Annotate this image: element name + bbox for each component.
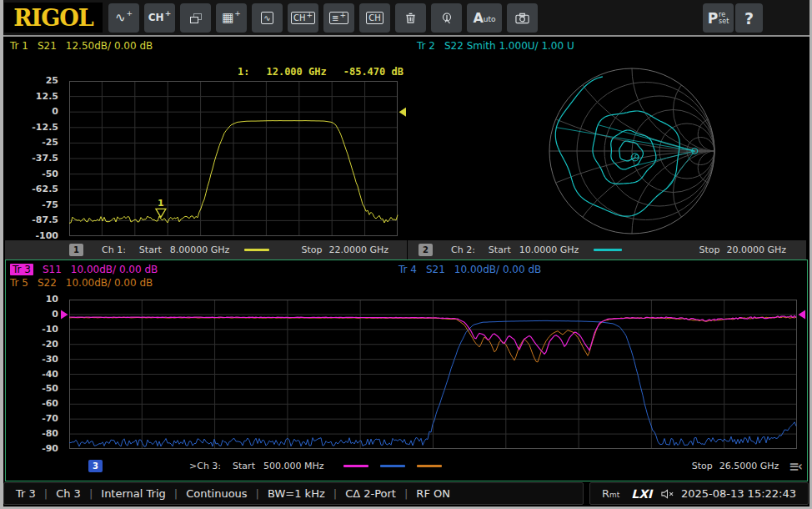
- trace-window-button[interactable]: ∿: [252, 3, 283, 33]
- ch3-badge[interactable]: 3: [88, 460, 103, 472]
- delete-button[interactable]: [395, 3, 426, 33]
- status-separator: |: [256, 487, 259, 500]
- ch3-y-tick: -50: [20, 383, 58, 394]
- tr1-header[interactable]: Tr 1 S21 12.50dB/ 0.00 dB: [10, 40, 153, 52]
- ch3-y-tick: -20: [20, 339, 58, 350]
- window-layout-button[interactable]: [180, 3, 211, 33]
- tr1-label: Tr 1: [10, 40, 28, 52]
- ch3-y-tick: -60: [20, 398, 58, 409]
- tr5-label: Tr 5: [10, 277, 28, 289]
- tr4-color-sample: [380, 465, 405, 467]
- tr4-scale: 10.00dB/ 0.00 dB: [454, 264, 541, 275]
- ch1-label: Ch 1:: [102, 244, 126, 255]
- tr5-header[interactable]: Tr 5 S22 10.00dB/ 0.00 dB: [10, 277, 153, 289]
- add-trace-button[interactable]: ∿+: [108, 3, 139, 33]
- marker-freq: 12.000 GHz: [266, 66, 326, 78]
- tr4-meas: S21: [426, 264, 445, 275]
- tr3-meas: S11: [43, 264, 62, 275]
- status-right: Rmt LXI 2025-08-13 15:22:43: [589, 482, 809, 505]
- trash-icon: [404, 12, 417, 24]
- bezel-left: [0, 0, 3, 509]
- tr4-label: Tr 4: [398, 264, 417, 275]
- touch-icon: [440, 12, 454, 25]
- help-button[interactable]: ?: [735, 3, 763, 33]
- ch3-y-tick: 10: [20, 294, 58, 305]
- menu-expand-icon[interactable]: ≡‹: [789, 459, 801, 474]
- ch3-y-tick: -90: [20, 443, 58, 454]
- tr4-header[interactable]: Tr 4 S21 10.00dB/ 0.00 dB: [398, 264, 541, 275]
- ch3-y-tick: -30: [20, 354, 58, 365]
- rigol-logo: RIGOL: [4, 3, 103, 33]
- tr1-y-tick: -62.5: [20, 184, 58, 194]
- ch1-start-value: 8.00000 GHz: [170, 244, 230, 255]
- remote-indicator: Rmt: [602, 487, 619, 500]
- window-layout-icon: [190, 13, 202, 23]
- marker-readout: 1: 12.000 GHz -85.470 dB: [238, 66, 403, 78]
- preset-icon: P reset: [708, 10, 729, 27]
- preset-button[interactable]: P reset: [703, 3, 734, 33]
- status-item: Tr 3: [16, 487, 36, 500]
- status-item: RF ON: [416, 487, 450, 500]
- speaker-muted-icon[interactable]: [660, 489, 674, 499]
- ch2-badge[interactable]: 2: [419, 244, 433, 256]
- ch3-y-tick: -10: [20, 324, 58, 335]
- add-trace-icon: ∿+: [115, 12, 133, 24]
- save-trace-icon: ≣+: [329, 12, 348, 24]
- ch2-stop-value: 20.0000 GHz: [726, 244, 786, 255]
- status-separator: |: [404, 487, 408, 500]
- ch1-badge[interactable]: 1: [69, 244, 83, 256]
- ch3-start-value: 500.000 MHz: [263, 461, 324, 471]
- ch3-y-tick: -40: [20, 369, 58, 380]
- ch2-label: Ch 2:: [451, 244, 475, 255]
- status-separator: |: [174, 487, 178, 500]
- ch3-stop-label: Stop: [692, 461, 713, 471]
- status-left: Tr 3|Ch 3|Internal Trig|Continuous|BW=1 …: [3, 482, 584, 505]
- ch3-y-tick: -70: [20, 413, 58, 424]
- tr1-scale: 12.50dB/ 0.00 dB: [66, 40, 153, 52]
- tr1-y-tick: 12.5: [20, 91, 58, 102]
- recall-channel-icon: CH: [366, 12, 383, 24]
- tr5-color-sample: [417, 465, 442, 467]
- touch-button[interactable]: [431, 3, 462, 33]
- measurement-setup-button[interactable]: ▦+: [216, 3, 247, 33]
- tr3-scale: 10.00dB/ 0.00 dB: [71, 264, 158, 275]
- tr2-header[interactable]: Tr 2 S22 Smith 1.000U/ 1.00 U: [417, 40, 574, 52]
- add-channel-button[interactable]: CH+: [144, 3, 175, 33]
- auto-scale-button[interactable]: Auto: [467, 3, 502, 33]
- save-trace-button[interactable]: ≣+: [323, 3, 354, 33]
- status-item: Continuous: [186, 487, 247, 500]
- ch3-plot[interactable]: [69, 300, 797, 449]
- status-separator: |: [333, 487, 337, 500]
- tr2-label: Tr 2: [417, 40, 435, 52]
- tr1-meas: S21: [38, 40, 57, 52]
- ch3-bar: 3 >Ch 3: Start 500.000 MHz Stop 26.5000 …: [8, 456, 804, 476]
- lxi-indicator: LXI: [631, 487, 652, 501]
- ch1-bar: 1 Ch 1: Start 8.00000 GHz Stop 22.0000 G…: [5, 240, 407, 260]
- datetime: 2025-08-13 15:22:43: [681, 487, 796, 500]
- svg-text:1: 1: [158, 198, 164, 209]
- ch2-bar: 2 Ch 2: Start 10.0000 GHz Stop 20.0000 G…: [408, 240, 806, 260]
- ch1-stop-value: 22.0000 GHz: [328, 244, 388, 255]
- ch1-start-label: Start: [139, 244, 162, 255]
- ch3-stop-value: 26.5000 GHz: [719, 461, 779, 471]
- tr2-plot[interactable]: [407, 42, 805, 240]
- status-bar: Tr 3|Ch 3|Internal Trig|Continuous|BW=1 …: [3, 482, 809, 505]
- tr3-header[interactable]: Tr 3 S11 10.00dB/ 0.00 dB: [10, 264, 158, 275]
- marker-value: -85.470 dB: [343, 66, 403, 78]
- ch3-y-tick: 0: [20, 309, 58, 320]
- tr3-active-badge[interactable]: Tr 3: [10, 264, 33, 275]
- help-icon: ?: [744, 9, 754, 28]
- recall-channel-button[interactable]: CH: [359, 3, 390, 33]
- tr2-color-sample: [594, 249, 622, 251]
- camera-icon: [515, 13, 529, 24]
- ch1-stop-label: Stop: [301, 244, 322, 255]
- add-channel-window-button[interactable]: CH+: [288, 3, 318, 33]
- screenshot-button[interactable]: [507, 3, 538, 33]
- tr1-plot[interactable]: 1: [69, 81, 398, 236]
- add-channel-window-icon: CH+: [291, 12, 315, 24]
- tr1-y-tick: -75: [20, 199, 58, 210]
- tr5-scale: 10.00dB/ 0.00 dB: [66, 277, 153, 289]
- trace-window-icon: ∿: [261, 12, 273, 24]
- ch2-start-label: Start: [489, 244, 511, 255]
- tr1-y-tick: -37.5: [20, 153, 58, 164]
